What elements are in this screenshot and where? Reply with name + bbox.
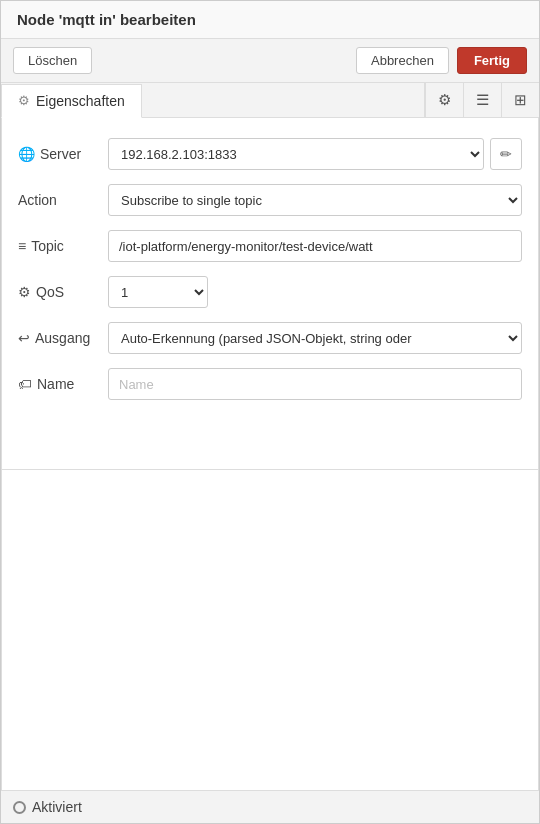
name-row: 🏷 Name xyxy=(18,368,522,400)
ausgang-row: ↩ Ausgang Auto-Erkennung (parsed JSON-Ob… xyxy=(18,322,522,354)
properties-tab-label: Eigenschaften xyxy=(36,93,125,109)
server-label: 🌐 Server xyxy=(18,146,108,162)
ausgang-select[interactable]: Auto-Erkennung (parsed JSON-Objekt, stri… xyxy=(108,322,522,354)
ausgang-icon: ↩ xyxy=(18,330,30,346)
action-select[interactable]: Subscribe to single topic Subscribe to d… xyxy=(108,184,522,216)
tab-action-grid-button[interactable]: ⊞ xyxy=(501,83,539,117)
qos-select[interactable]: 0 1 2 xyxy=(108,276,208,308)
tabs-bar: ⚙ Eigenschaften ⚙ ☰ ⊞ xyxy=(1,83,539,118)
server-row: 🌐 Server 192.168.2.103:1833 ✏ xyxy=(18,138,522,170)
topic-icon: ≡ xyxy=(18,238,26,254)
server-icon: 🌐 xyxy=(18,146,35,162)
title-bar: Node 'mqtt in' bearbeiten xyxy=(1,1,539,39)
qos-label: ⚙ QoS xyxy=(18,284,108,300)
empty-space xyxy=(1,470,539,790)
done-button[interactable]: Fertig xyxy=(457,47,527,74)
name-label: 🏷 Name xyxy=(18,376,108,392)
main-content: 🌐 Server 192.168.2.103:1833 ✏ Action Sub… xyxy=(1,118,539,470)
name-input[interactable] xyxy=(108,368,522,400)
name-icon: 🏷 xyxy=(18,376,32,392)
qos-row: ⚙ QoS 0 1 2 xyxy=(18,276,522,308)
server-control: 192.168.2.103:1833 ✏ xyxy=(108,138,522,170)
toolbar: Löschen Abbrechen Fertig xyxy=(1,39,539,83)
status-dot xyxy=(13,801,26,814)
action-label: Action xyxy=(18,192,108,208)
action-control: Subscribe to single topic Subscribe to d… xyxy=(108,184,522,216)
qos-control: 0 1 2 xyxy=(108,276,522,308)
tab-action-gear-button[interactable]: ⚙ xyxy=(425,83,463,117)
action-row: Action Subscribe to single topic Subscri… xyxy=(18,184,522,216)
delete-button[interactable]: Löschen xyxy=(13,47,92,74)
properties-tab-icon: ⚙ xyxy=(18,93,30,108)
toolbar-right: Abbrechen Fertig xyxy=(356,47,527,74)
cancel-button[interactable]: Abbrechen xyxy=(356,47,449,74)
footer-bar: Aktiviert xyxy=(1,790,539,823)
server-select[interactable]: 192.168.2.103:1833 xyxy=(108,138,484,170)
status-indicator: Aktiviert xyxy=(13,799,82,815)
topic-label: ≡ Topic xyxy=(18,238,108,254)
topic-control xyxy=(108,230,522,262)
name-control xyxy=(108,368,522,400)
tab-actions: ⚙ ☰ ⊞ xyxy=(424,83,539,117)
ausgang-control: Auto-Erkennung (parsed JSON-Objekt, stri… xyxy=(108,322,522,354)
topic-row: ≡ Topic xyxy=(18,230,522,262)
qos-icon: ⚙ xyxy=(18,284,31,300)
page-title: Node 'mqtt in' bearbeiten xyxy=(17,11,523,28)
server-edit-button[interactable]: ✏ xyxy=(490,138,522,170)
tab-action-list-button[interactable]: ☰ xyxy=(463,83,501,117)
ausgang-label: ↩ Ausgang xyxy=(18,330,108,346)
page-wrapper: Node 'mqtt in' bearbeiten Löschen Abbrec… xyxy=(0,0,540,824)
status-label: Aktiviert xyxy=(32,799,82,815)
topic-input[interactable] xyxy=(108,230,522,262)
tab-properties[interactable]: ⚙ Eigenschaften xyxy=(1,84,142,118)
